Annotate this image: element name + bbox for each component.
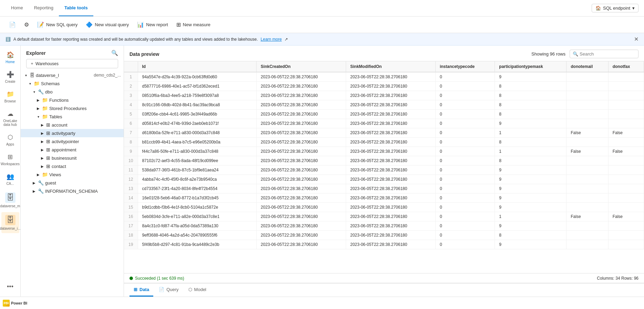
cell-donotemail [567,110,608,119]
cell-donotfax [608,138,644,147]
cell-id: 4abba74c-4cf0-45f0-8c6f-a2e73b9540ca [138,175,257,184]
chevron-right-icon: ▶ [40,165,45,168]
cell-participationtypemask: 9 [495,193,567,203]
main-layout: 🏠 Home ➕ Create 📁 Browse ☁ OneLake data … [0,46,644,297]
gear-icon: ⚙ [24,21,29,28]
sidebar-item-home[interactable]: 🏠 Home [1,48,19,67]
tree-stored-procedures[interactable]: ▶ 📁 Stored Procedures [21,104,124,112]
tab-reporting[interactable]: Reporting [29,0,59,16]
learn-more-link[interactable]: Learn more [261,37,282,42]
tree-table-contact[interactable]: ▶ ⊞ contact [21,162,124,170]
tree-tables[interactable]: ▾ 📁 Tables [21,112,124,121]
explorer-header: Explorer 🔍 [21,46,124,59]
cell-sink-modified: 2023-06-05T22:28:38.2706180 [346,82,435,91]
cell-participationtypemask: 8 [495,82,567,91]
cell-donotemail [567,193,608,203]
cell-donotfax [608,184,644,193]
cell-donotfax [608,203,644,212]
cell-donotfax: False [608,128,644,138]
sidebar-item-dataverse-m[interactable]: 🗄 dataverse_m [1,190,19,211]
col-header-donotfax[interactable]: donotfax [608,61,644,72]
cell-rownum: 1 [124,72,138,82]
cell-donotfax [608,82,644,91]
tab-data[interactable]: ⊞ Data [129,283,153,297]
cell-sink-created: 2023-06-05T22:28:38.2706180 [257,147,346,156]
tree-table-businessunit[interactable]: ▶ ⊞ businessunit [21,154,124,162]
data-table-wrapper[interactable]: Id SinkCreatedOn SinkModifiedOn instance… [124,61,644,273]
sidebar-item-onelake[interactable]: ☁ OneLake data hub [1,107,19,129]
cell-sink-modified: 2023-06-05T22:28:38.2706180 [346,110,435,119]
sidebar-item-browse[interactable]: 📁 Browse [1,88,19,106]
sidebar-item-create[interactable]: ➕ Create [1,68,19,86]
add-warehouse-button[interactable]: ＋ Warehouses [26,59,118,68]
tree-table-appointment[interactable]: ▶ ⊞ appointment [21,146,124,154]
tree-table-activityparty[interactable]: ▶ ⊞ activityparty [21,129,124,137]
new-report-button[interactable]: 📊 New report [134,19,172,30]
tree-table-account[interactable]: ▶ ⊞ account [21,121,124,129]
cell-participationtypemask: 9 [495,166,567,175]
col-header-donotemail[interactable]: donotemail [567,61,608,72]
file-icon: 📄 [9,21,16,28]
col-header-participationtypemask[interactable]: participationtypemask [495,61,567,72]
toolbar-btn-file[interactable]: 📄 [6,19,19,30]
explorer-search-icon[interactable]: 🔍 [111,50,118,56]
tree-functions[interactable]: ▶ 📁 Functions [21,96,124,104]
success-dot [129,277,133,280]
new-visual-query-button[interactable]: 🔷 New visual query [82,19,132,30]
activityparty-label: activityparty [52,131,121,136]
cell-participationtypemask: 9 [495,240,567,249]
cell-sink-modified: 2023-06-05T22:28:38.2706180 [346,212,435,221]
tree-views[interactable]: ▶ 📁 Views [21,170,124,179]
col-header-sink-modified[interactable]: SinkModifiedOn [346,61,435,72]
cell-donotemail [567,175,608,184]
cell-donotfax [608,156,644,166]
cell-id: f44c7a86-50fe-e711-a830-000d3a37c848 [138,147,257,156]
search-box[interactable]: 🔍 [570,50,638,58]
new-sql-query-button[interactable]: 📝 New SQL query [34,19,81,30]
businessunit-label: businessunit [52,156,121,161]
search-input[interactable] [580,51,635,57]
tree-dbo[interactable]: ▾ 🔧 dbo [21,88,124,96]
cell-sink-created: 2023-06-05T22:28:38.2706180 [257,212,346,221]
col-header-id[interactable]: Id [138,61,257,72]
sidebar-item-apps[interactable]: ⬡ Apps [1,131,19,149]
sidebar-item-dataverse-i[interactable]: 🗄 dataverse_i... [1,212,19,233]
table-row: 12 4abba74c-4cf0-45f0-8c6f-a2e73b9540ca … [124,175,644,184]
tree-table-activitypointer[interactable]: ▶ ⊞ activitypointer [21,137,124,146]
tree-database-root[interactable]: ▾ 🗄 dataverse_l demo_cds2_... [21,71,124,79]
cell-sink-created: 2023-06-05T22:28:38.2706180 [257,72,346,82]
cell-rownum: 9 [124,147,138,156]
tab-model[interactable]: ⬡ Model [184,283,210,297]
info-bar: ℹ️ A default dataset for faster reportin… [0,33,644,46]
table-header-row: Id SinkCreatedOn SinkModifiedOn instance… [124,61,644,72]
cell-rownum: 14 [124,193,138,203]
sidebar-item-more[interactable]: ••• [1,280,19,294]
new-measure-button[interactable]: ⊞ New measure [173,19,214,30]
db-m-icon: 🗄 [5,192,15,203]
close-icon[interactable]: ✕ [634,36,638,42]
col-header-instancetypecode[interactable]: instancetypecode [435,61,495,72]
cell-id: 9eff3688-4046-4a2d-a54c-2047890555f6 [138,231,257,240]
tab-query[interactable]: 📄 Query [155,283,183,297]
nav-label-browse: Browse [4,99,16,103]
tab-home[interactable]: Home [6,0,29,16]
cell-id: 08510f6a-6ba3-4ee5-a218-759e8f3097a8 [138,91,257,100]
cell-sink-modified: 2023-06-05T22:28:38.2706180 [346,91,435,100]
tree-guest[interactable]: ▶ 🔧 guest [21,179,124,187]
col-header-sink-created[interactable]: SinkCreatedOn [257,61,346,72]
sidebar-item-ca[interactable]: 👥 CA... [1,170,19,188]
schema-icon: 🔧 [38,89,44,94]
sidebar-item-workspaces[interactable]: ⊞ Workspaces [1,150,19,169]
tab-table-tools[interactable]: Table tools [59,0,93,16]
table-row: 8 b81ccb99-4b41-4aea-b7c5-e96e05200b0a 2… [124,138,644,147]
cell-participationtypemask: 8 [495,231,567,240]
table-icon: ⊞ [46,163,50,169]
cell-rownum: 16 [124,212,138,221]
sql-endpoint-button[interactable]: 🏠 SQL endpoint ▾ [592,4,638,12]
cell-instancetypecode: 0 [435,240,495,249]
table-row: 17 8a4c31c0-fd87-47fa-a05d-0da57389a130 … [124,221,644,231]
tree-schemas[interactable]: ▾ 📁 Schemas [21,79,124,88]
toolbar-btn-settings[interactable]: ⚙ [21,19,32,30]
tree-information-schema[interactable]: ▶ 🔧 INFORMATION_SCHEMA [21,187,124,195]
cell-participationtypemask: 8 [495,91,567,100]
